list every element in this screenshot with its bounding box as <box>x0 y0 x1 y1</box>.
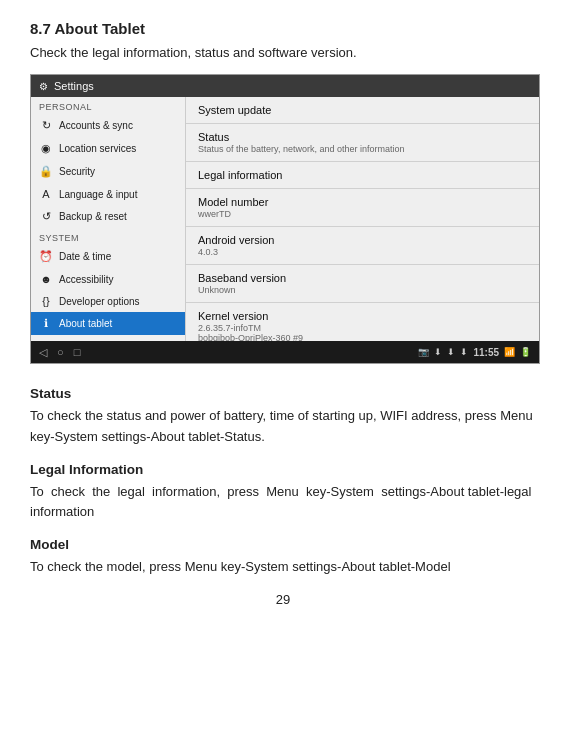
page-container: 8.7 About Tablet Check the legal informa… <box>0 0 566 627</box>
lock-icon: 🔒 <box>39 165 53 178</box>
sidebar-label-accessibility: Accessibility <box>59 274 113 285</box>
model-text: To check the model, press Menu key-Syste… <box>30 557 536 578</box>
status-icons: 📷 ⬇ ⬇ ⬇ 11:55 📶 🔋 <box>418 347 531 358</box>
baseband-subtitle: Unknown <box>198 285 527 295</box>
sidebar-label-accounts: Accounts & sync <box>59 120 133 131</box>
right-item-baseband[interactable]: Baseband version Unknown <box>186 265 539 303</box>
clock-icon: ⏰ <box>39 250 53 263</box>
sidebar-label-security: Security <box>59 166 95 177</box>
android-subtitle: 4.0.3 <box>198 247 527 257</box>
intro-text: Check the legal information, status and … <box>30 45 536 60</box>
sidebar-item-security[interactable]: 🔒 Security <box>31 160 185 183</box>
right-item-android[interactable]: Android version 4.0.3 <box>186 227 539 265</box>
model-section: Model To check the model, press Menu key… <box>30 537 536 578</box>
home-nav-icon[interactable]: ○ <box>57 346 64 358</box>
sidebar-label-datetime: Date & time <box>59 251 111 262</box>
camera-status-icon: 📷 <box>418 347 429 357</box>
kernel-title: Kernel version <box>198 310 527 322</box>
system-bar: ◁ ○ □ 📷 ⬇ ⬇ ⬇ 11:55 📶 🔋 <box>31 341 539 363</box>
backup-icon: ↺ <box>39 210 53 223</box>
sidebar-item-about[interactable]: ℹ About tablet <box>31 312 185 335</box>
settings-header: ⚙ Settings <box>31 75 539 97</box>
right-item-model[interactable]: Model number wwerTD <box>186 189 539 227</box>
right-item-system-update[interactable]: System update <box>186 97 539 124</box>
legal-heading: Legal Information <box>30 462 536 477</box>
sidebar-item-accessibility[interactable]: ☻ Accessibility <box>31 268 185 290</box>
status-text: To check the status and power of battery… <box>30 406 536 448</box>
accessibility-icon: ☻ <box>39 273 53 285</box>
legal-text: To check the legal information, press Me… <box>30 482 536 524</box>
model-subtitle: wwerTD <box>198 209 527 219</box>
sidebar-label-about: About tablet <box>59 318 112 329</box>
system-time: 11:55 <box>473 347 499 358</box>
info-icon: ℹ <box>39 317 53 330</box>
page-number: 29 <box>30 592 536 607</box>
status-section: Status To check the status and power of … <box>30 386 536 448</box>
status-heading: Status <box>30 386 536 401</box>
sidebar-item-datetime[interactable]: ⏰ Date & time <box>31 245 185 268</box>
android-title: Android version <box>198 234 527 246</box>
model-heading: Model <box>30 537 536 552</box>
download-status-icon1: ⬇ <box>434 347 442 357</box>
battery-icon: 🔋 <box>520 347 531 357</box>
legal-section: Legal Information To check the legal inf… <box>30 462 536 524</box>
right-panel: System update Status Status of the batte… <box>186 97 539 341</box>
sidebar-label-location: Location services <box>59 143 136 154</box>
section-title: 8.7 About Tablet <box>30 20 536 37</box>
system-update-title: System update <box>198 104 527 116</box>
status-title: Status <box>198 131 527 143</box>
nav-icons: ◁ ○ □ <box>39 346 80 359</box>
settings-body: PERSONAL ↻ Accounts & sync ◉ Location se… <box>31 97 539 341</box>
sidebar-item-location[interactable]: ◉ Location services <box>31 137 185 160</box>
back-nav-icon[interactable]: ◁ <box>39 346 47 359</box>
legal-title: Legal information <box>198 169 527 181</box>
model-title: Model number <box>198 196 527 208</box>
developer-icon: {} <box>39 295 53 307</box>
sidebar-item-developer[interactable]: {} Developer options <box>31 290 185 312</box>
right-item-kernel[interactable]: Kernel version 2.6.35.7-infoTMbobgibob-O… <box>186 303 539 341</box>
location-icon: ◉ <box>39 142 53 155</box>
sidebar: PERSONAL ↻ Accounts & sync ◉ Location se… <box>31 97 186 341</box>
sidebar-label-developer: Developer options <box>59 296 140 307</box>
sync-icon: ↻ <box>39 119 53 132</box>
sidebar-label-backup: Backup & reset <box>59 211 127 222</box>
right-item-status[interactable]: Status Status of the battery, network, a… <box>186 124 539 162</box>
kernel-subtitle: 2.6.35.7-infoTMbobgibob-OpriPlex-360 #9 <box>198 323 527 341</box>
sidebar-item-accounts[interactable]: ↻ Accounts & sync <box>31 114 185 137</box>
recents-nav-icon[interactable]: □ <box>74 346 81 358</box>
settings-header-icon: ⚙ <box>39 81 48 92</box>
personal-section-label: PERSONAL <box>31 97 185 114</box>
baseband-title: Baseband version <box>198 272 527 284</box>
wifi-icon: 📶 <box>504 347 515 357</box>
sidebar-label-language: Language & input <box>59 189 137 200</box>
sidebar-item-language[interactable]: A Language & input <box>31 183 185 205</box>
sidebar-item-backup[interactable]: ↺ Backup & reset <box>31 205 185 228</box>
status-subtitle: Status of the battery, network, and othe… <box>198 144 527 154</box>
right-item-legal[interactable]: Legal information <box>186 162 539 189</box>
download-status-icon3: ⬇ <box>460 347 468 357</box>
tablet-screenshot: ⚙ Settings PERSONAL ↻ Accounts & sync ◉ … <box>30 74 540 364</box>
download-status-icon2: ⬇ <box>447 347 455 357</box>
system-section-label: SYSTEM <box>31 228 185 245</box>
language-icon: A <box>39 188 53 200</box>
settings-header-title: Settings <box>54 80 94 92</box>
